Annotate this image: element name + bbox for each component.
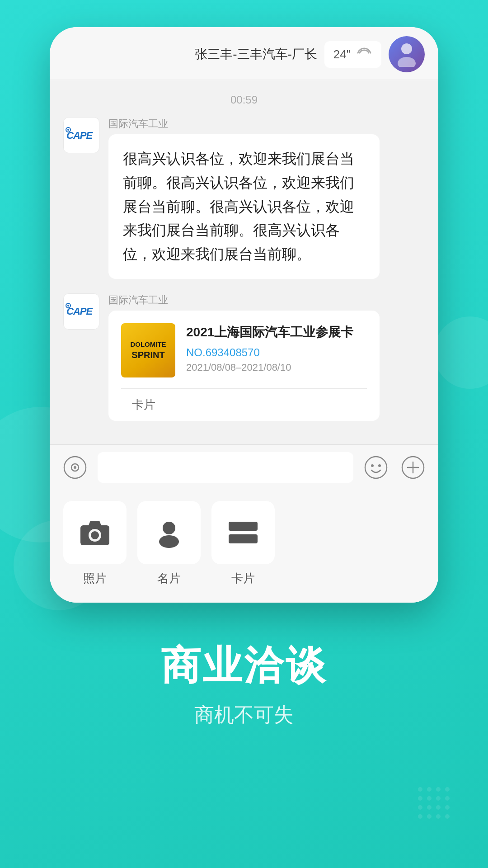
svg-text:CAPE: CAPE [66,130,93,141]
sender-avatar: CAPE [63,117,99,153]
svg-point-11 [365,457,387,478]
svg-point-0 [401,43,412,54]
svg-point-25 [418,787,422,792]
emoji-button[interactable] [361,453,390,482]
contact-name: 张三丰-三丰汽车-厂长 [195,46,317,63]
card-icon-wrap [211,501,275,564]
avatar [389,36,425,72]
svg-point-10 [74,466,76,469]
plus-button[interactable] [399,453,427,482]
svg-point-7 [67,305,69,307]
svg-point-30 [427,796,432,801]
svg-point-27 [436,787,441,792]
svg-point-26 [427,787,432,792]
card-info: 2021上海国际汽车工业参展卡 NO.693408570 2021/08/08–… [186,323,367,373]
input-bar [50,444,438,490]
card-number: NO.693408570 [186,346,367,359]
photo-action[interactable]: 照片 [63,501,127,586]
svg-point-35 [436,805,441,810]
card-footer-label: 卡片 [121,389,367,421]
svg-point-33 [418,805,422,810]
card-thumb-image: DOLOMITE SPRINT [121,323,175,377]
svg-point-29 [418,796,422,801]
phone-frame: 张三丰-三丰汽车-厂长 24" [50,27,438,603]
card-sender: 国际汽车工业 [108,293,425,307]
svg-point-39 [436,814,441,819]
card-action[interactable]: 卡片 [211,501,275,586]
sender-avatar-2: CAPE [63,293,99,330]
card-label: 卡片 [231,571,255,586]
namecard-label: 名片 [157,571,181,586]
bottom-subtitle: 商机不可失 [18,702,470,728]
svg-point-12 [371,464,374,467]
svg-point-22 [159,535,179,548]
photo-label: 照片 [83,571,107,586]
cape-logo-2: CAPE [66,301,97,321]
card-date: 2021/08/08–2021/08/10 [186,362,367,373]
card-inner: DOLOMITE SPRINT 2021上海国际汽车工业参展卡 NO.69340… [121,323,367,389]
svg-point-40 [445,814,450,819]
timestamp: 00:59 [63,94,425,106]
svg-point-20 [91,531,99,539]
message-row-card: CAPE 国际汽车工业 DOLOMITE [63,293,425,421]
action-bar: 照片 名片 卡片 [50,490,438,603]
svg-point-21 [163,522,175,534]
svg-text:CAPE: CAPE [66,306,93,317]
svg-point-4 [67,129,69,131]
namecard-icon-wrap [137,501,201,564]
message-input[interactable] [98,452,353,483]
card-bubble[interactable]: DOLOMITE SPRINT 2021上海国际汽车工业参展卡 NO.69340… [108,311,380,421]
message-row: CAPE 国际汽车工业 很高兴认识各位，欢迎来我们展台当前聊。很高兴认识各位，欢… [63,117,425,279]
cape-logo: CAPE [66,125,97,146]
chat-body: 00:59 CAPE 国际汽车工业 很高兴认识各位，欢迎来我们展台当前聊。很高兴… [50,80,438,444]
svg-rect-23 [229,522,258,531]
bottom-section: 商业洽谈 商机不可失 [0,603,488,755]
voice-button[interactable] [61,453,89,482]
card-title: 2021上海国际汽车工业参展卡 [186,323,367,341]
svg-point-36 [445,805,450,810]
card-thumbnail: DOLOMITE SPRINT [121,323,175,377]
svg-point-32 [445,796,450,801]
namecard-action[interactable]: 名片 [137,501,201,586]
message-content: 国际汽车工业 很高兴认识各位，欢迎来我们展台当前聊。很高兴认识各位，欢迎来我们展… [108,117,425,279]
call-icon [356,47,372,62]
avatar-image [389,36,425,72]
card-message-content: 国际汽车工业 DOLOMITE SPRINT [108,293,425,421]
svg-point-13 [378,464,381,467]
svg-point-34 [427,805,432,810]
chat-header: 张三丰-三丰汽车-厂长 24" [50,27,438,80]
photo-icon-wrap [63,501,127,564]
svg-point-38 [427,814,432,819]
phone-mockup: 张三丰-三丰汽车-厂长 24" [50,27,438,603]
decorative-dots [416,785,470,841]
message-sender: 国际汽车工业 [108,117,425,131]
bottom-title: 商业洽谈 [18,639,470,693]
message-bubble: 很高兴认识各位，欢迎来我们展台当前聊。很高兴认识各位，欢迎来我们展台当前聊。很高… [108,134,380,279]
svg-point-37 [418,814,422,819]
svg-rect-24 [229,534,258,543]
svg-point-28 [445,787,450,792]
svg-point-1 [398,57,416,67]
call-duration: 24" [333,47,351,61]
svg-point-31 [436,796,441,801]
call-meta: 24" [324,41,381,68]
